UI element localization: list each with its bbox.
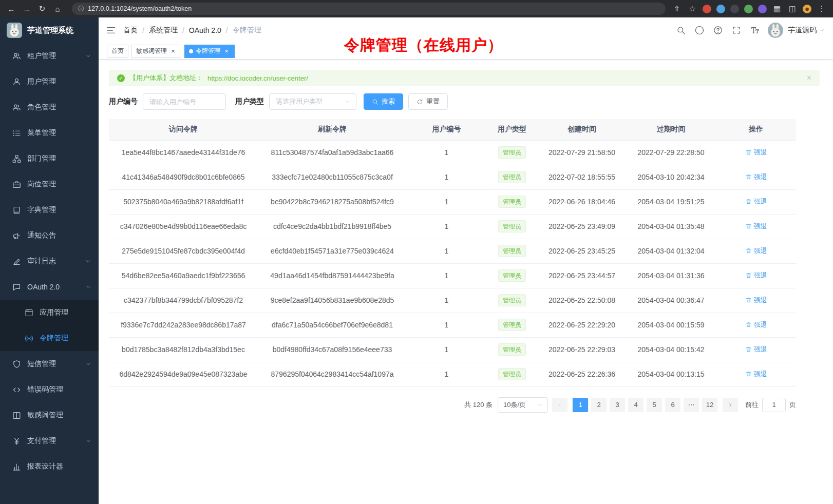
chat-icon [12, 283, 21, 292]
page-size-select[interactable]: 10条/页 [498, 397, 548, 413]
user-type-select[interactable]: 请选择用户类型 [269, 93, 356, 110]
doc-link[interactable]: https://doc.iocoder.cn/user-center/ [207, 74, 308, 82]
page-button[interactable]: 12 [702, 398, 717, 412]
sidebar-item-sensitive-word[interactable]: 敏感词管理 [0, 402, 99, 428]
extension-purple-icon[interactable] [758, 5, 767, 13]
sidebar-item-user[interactable]: 用户管理 [0, 69, 99, 94]
tab-close-icon[interactable]: × [223, 48, 230, 55]
question-icon[interactable] [713, 26, 723, 35]
forward-button[interactable]: → [22, 5, 32, 13]
page-button[interactable]: 3 [610, 398, 625, 412]
sidebar-fold-icon[interactable] [106, 25, 116, 35]
fullscreen-icon[interactable] [732, 26, 741, 35]
sidebar-item-report-designer[interactable]: 报表设计器 [0, 454, 99, 479]
page-button[interactable]: 4 [628, 398, 643, 412]
force-logout-button[interactable]: 强退 [745, 271, 767, 280]
share-icon[interactable]: ⇧ [672, 4, 682, 13]
reload-button[interactable]: ↻ [37, 4, 47, 13]
sidebar-item-notice[interactable]: 通知公告 [0, 223, 99, 248]
chevron-left-icon [557, 402, 563, 408]
extensions-puzzle-icon[interactable]: ▦ [772, 4, 782, 13]
sidebar-item-tenant[interactable]: 租户管理 [0, 43, 99, 69]
tab-0[interactable]: 首页 [107, 45, 128, 58]
page-button[interactable]: 2 [591, 398, 607, 412]
tab-groups-icon[interactable]: ◫ [787, 4, 798, 13]
shield-icon [12, 360, 21, 369]
sidebar-item-role[interactable]: 角色管理 [0, 94, 99, 120]
chevron-down-icon [85, 438, 91, 444]
reset-button[interactable]: 重置 [408, 93, 448, 110]
user-type-tag: 管理员 [498, 146, 526, 159]
next-page-button[interactable] [723, 398, 738, 412]
user-id-cell: 1 [407, 214, 486, 239]
sidebar-item-post[interactable]: 岗位管理 [0, 171, 99, 197]
tab-close-icon[interactable]: × [169, 48, 177, 55]
extension-red-icon[interactable] [703, 5, 711, 13]
force-logout-button[interactable]: 强退 [745, 246, 767, 256]
site-info-icon[interactable]: ⓘ [78, 5, 84, 13]
sidebar-item-oauth2-application[interactable]: 应用管理 [0, 300, 99, 325]
sidebar-item-oauth2-token[interactable]: 令牌管理 [0, 325, 99, 351]
page-button[interactable]: 5 [647, 398, 662, 412]
prev-page-button[interactable] [552, 398, 567, 412]
sidebar-item-dept[interactable]: 部门管理 [0, 146, 99, 171]
header-icons [676, 26, 760, 35]
user-avatar [768, 23, 783, 38]
main-area: 令牌管理（在线用户） 首页/系统管理/OAuth 2.0/令牌管理 芋道源码 首… [99, 17, 833, 504]
created-time-cell: 2022-06-25 22:50:08 [538, 288, 626, 313]
extension-blue-icon[interactable] [716, 5, 725, 13]
refresh-token-cell: 8796295f04064c2983414cc54af1097a [258, 362, 407, 386]
force-logout-button[interactable]: 强退 [745, 148, 767, 157]
sidebar-item-audit-log[interactable]: 审计日志 [0, 248, 99, 274]
back-button[interactable]: ← [6, 5, 16, 13]
refresh-token-cell: b0df4980ffd34c67a08f9156e4eee733 [258, 337, 407, 362]
github-icon[interactable] [695, 26, 704, 35]
browser-menu-icon[interactable]: ⋮ [817, 4, 827, 13]
sidebar-item-dict[interactable]: 字典管理 [0, 197, 99, 223]
alert-close-icon[interactable]: × [807, 73, 811, 83]
page-ellipsis[interactable]: ⋯ [684, 398, 699, 412]
breadcrumb-item[interactable]: OAuth 2.0 [189, 26, 221, 34]
app-logo[interactable]: 芋道管理系统 [0, 17, 99, 43]
expire-time-cell: 2054-03-10 20:42:34 [626, 165, 716, 189]
trash-icon [745, 247, 752, 254]
url-bar[interactable]: ⓘ 127.0.0.1:1024/system/oauth2/token [72, 3, 666, 15]
sidebar-item-sms[interactable]: 短信管理 [0, 351, 99, 377]
tab-1[interactable]: 敏感词管理× [131, 45, 181, 58]
page-list: 123456⋯12 [573, 398, 717, 412]
force-logout-button[interactable]: 强退 [745, 296, 767, 305]
sidebar-item-error-code[interactable]: 错误码管理 [0, 377, 99, 402]
sidebar-item-pay[interactable]: 支付管理 [0, 428, 99, 454]
page-button[interactable]: 6 [665, 398, 680, 412]
page-button[interactable]: 1 [573, 398, 588, 412]
refresh-token-cell: be90422b8c7946218275a508bf524fc9 [258, 189, 407, 214]
goto-page-input[interactable] [762, 398, 786, 412]
force-logout-button[interactable]: 强退 [745, 320, 767, 329]
user-menu[interactable]: 芋道源码 [768, 23, 825, 38]
search-icon[interactable] [676, 26, 686, 35]
extension-dark-icon[interactable] [730, 5, 739, 13]
profile-avatar-icon[interactable]: ☻ [803, 5, 811, 13]
access-token-cell: f9336e7c7dd242a283ee98dc86b17a87 [109, 313, 258, 337]
table-row: 1ea5e44f8bc1467aaede43144f31de76 811c530… [109, 140, 796, 165]
page-size-value: 10条/页 [503, 400, 526, 410]
user-id-input[interactable] [143, 93, 226, 110]
bookmark-star-icon[interactable]: ☆ [687, 4, 697, 13]
breadcrumb-item[interactable]: 首页 [123, 26, 138, 35]
font-size-icon[interactable] [750, 26, 760, 35]
sidebar: 芋道管理系统 租户管理 用户管理 角色管理 菜单管理 部门管理 岗位管理 字典管… [0, 17, 99, 504]
sidebar-item-oauth2[interactable]: OAuth 2.0 [0, 274, 99, 300]
force-logout-button[interactable]: 强退 [745, 197, 767, 206]
search-button[interactable]: 搜索 [364, 93, 403, 110]
force-logout-button[interactable]: 强退 [745, 222, 767, 231]
sidebar-item-menu[interactable]: 菜单管理 [0, 120, 99, 146]
tab-2[interactable]: 令牌管理× [184, 45, 235, 58]
extension-green-icon[interactable] [744, 5, 753, 13]
home-button[interactable]: ⌂ [52, 5, 63, 13]
breadcrumb: 首页/系统管理/OAuth 2.0/令牌管理 [123, 26, 261, 35]
force-logout-button[interactable]: 强退 [745, 370, 767, 379]
force-logout-button[interactable]: 强退 [745, 172, 767, 182]
access-token-cell: 275e5de9151045fe87cbdc395e004f4d [109, 239, 258, 263]
breadcrumb-item[interactable]: 系统管理 [149, 26, 178, 35]
force-logout-button[interactable]: 强退 [745, 345, 767, 354]
